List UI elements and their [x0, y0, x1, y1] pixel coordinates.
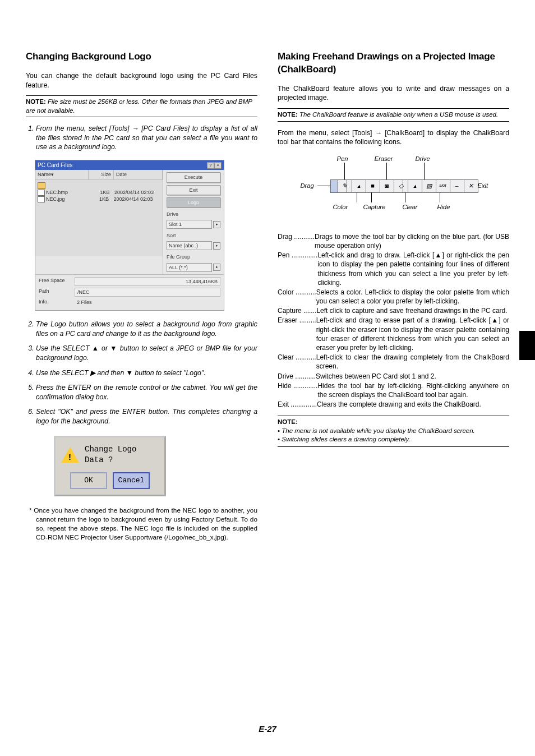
- dialog-text: Change Logo Data ?: [85, 444, 159, 465]
- label-eraser: Eraser: [375, 155, 393, 163]
- label-drag: Drag: [301, 182, 314, 190]
- execute-button[interactable]: Execute: [167, 172, 220, 182]
- drive-icon[interactable]: slot: [436, 179, 450, 193]
- step-1: From the menu, select [Tools] → [PC Card…: [36, 124, 257, 152]
- steps-list-cont: The Logo button allows you to select a b…: [26, 320, 257, 426]
- chevron-down-icon[interactable]: ▸: [213, 221, 220, 228]
- info-label: Info.: [39, 298, 71, 306]
- filegroup-field[interactable]: ALL (*.*): [167, 263, 212, 272]
- sort-label: Sort: [167, 232, 220, 239]
- file-pane: Name▾ Size Date NEC.bmp 1KB 2002/04/14 0…: [35, 170, 163, 274]
- eraser-icon[interactable]: ◇: [394, 179, 408, 193]
- col-date[interactable]: Date: [114, 170, 163, 179]
- label-color: Color: [333, 203, 348, 211]
- file-size: 1KB: [89, 196, 109, 202]
- note-text: The ChalkBoard feature is available only…: [298, 111, 498, 118]
- step-6: Select "OK" and press the ENTER button. …: [36, 407, 257, 426]
- right-note: NOTE: The ChalkBoard feature is availabl…: [278, 108, 509, 122]
- def-text: Left-click and drag to erase part of a d…: [316, 316, 509, 352]
- step-5: Press the ENTER on the remote control or…: [36, 383, 257, 402]
- step-4: Use the SELECT ▶ and then ▼ button to se…: [36, 368, 257, 378]
- right-heading: Making Freehand Drawings on a Projected …: [278, 50, 509, 76]
- clear-icon[interactable]: ▧: [422, 179, 436, 193]
- col-name[interactable]: Name▾: [35, 170, 89, 179]
- step-2: The Logo button allows you to select a b…: [36, 320, 257, 338]
- file-name: NEC.jpg: [46, 196, 65, 202]
- list-item[interactable]: NEC.bmp 1KB 2002/04/14 02:03: [38, 189, 160, 196]
- def-text: Drags to move the tool bar by clicking o…: [315, 232, 509, 250]
- def-text: Left-click to clear the drawing complete…: [316, 353, 509, 371]
- chalkboard-figure: Pen Eraser Drive Drag Exit ✎ ▴ ■ ◙ ◇ ▴ ▧…: [293, 155, 495, 222]
- def-term: Exit: [278, 400, 289, 408]
- def-term: Pen: [278, 251, 289, 259]
- window-title: PC Card Files: [38, 162, 72, 169]
- def-term: Drag: [278, 233, 292, 241]
- logo-button[interactable]: Logo: [167, 197, 220, 208]
- label-clear: Clear: [403, 203, 418, 211]
- cancel-button[interactable]: Cancel: [113, 472, 150, 489]
- steps-list: From the menu, select [Tools] → [PC Card…: [26, 124, 257, 152]
- file-size: 1KB: [90, 189, 110, 196]
- hide-icon[interactable]: –: [450, 179, 464, 193]
- note-text: File size must be 256KB or less. Other f…: [26, 98, 252, 114]
- label-exit: Exit: [478, 182, 488, 190]
- def-text: Hides the tool bar by left-clicking. Rig…: [317, 381, 509, 399]
- pc-card-files-window: PC Card Files ? × Name▾ Size Date: [35, 160, 224, 311]
- help-icon[interactable]: ?: [207, 162, 214, 169]
- file-date: 2002/04/14 02:03: [114, 190, 154, 195]
- label-capture: Capture: [363, 203, 386, 211]
- drag-handle[interactable]: [330, 179, 338, 193]
- file-name: NEC.bmp: [46, 190, 68, 195]
- def-text: Left click to capture and save freehand …: [316, 306, 509, 315]
- drive-label: Drive: [167, 211, 220, 218]
- exit-button[interactable]: Exit: [167, 185, 220, 195]
- file-icon: [38, 196, 45, 202]
- footnote: * Once you have changed the background f…: [26, 506, 257, 542]
- note2-item: • Switching slides clears a drawing comp…: [278, 435, 509, 447]
- left-column: Changing Background Logo You can change …: [26, 50, 257, 542]
- close-icon[interactable]: ×: [214, 162, 222, 169]
- page-number: E-27: [0, 724, 535, 734]
- window-title-bar[interactable]: PC Card Files ? ×: [35, 160, 224, 170]
- filegroup-label: File Group: [167, 253, 220, 260]
- capture-icon[interactable]: ◙: [380, 179, 394, 193]
- right-para: From the menu, select [Tools] → [ChalkBo…: [278, 128, 509, 147]
- def-text: Switches between PC Card slot 1 and 2.: [316, 372, 509, 381]
- side-tab-marker: [519, 331, 535, 360]
- def-text: Left-click and drag to draw. Left-click …: [317, 251, 509, 287]
- list-item[interactable]: NEC.jpg 1KB 2002/04/14 02:03: [38, 196, 160, 202]
- drive-field[interactable]: Slot 1: [167, 220, 212, 229]
- file-icon: [38, 190, 45, 196]
- def-term: Capture: [278, 307, 302, 315]
- folder-row[interactable]: [38, 182, 160, 190]
- def-term: Hide: [278, 382, 292, 390]
- ok-button[interactable]: OK: [70, 472, 107, 489]
- warning-icon: [61, 447, 79, 463]
- path-value: /NEC: [75, 288, 220, 297]
- chevron-down-icon[interactable]: ▸: [213, 264, 220, 271]
- left-intro: You can change the default background lo…: [26, 71, 257, 90]
- dropdown-icon[interactable]: ▴: [352, 179, 366, 193]
- left-heading: Changing Background Logo: [26, 50, 257, 63]
- free-space-value: 13,448,416KB: [75, 277, 220, 286]
- label-hide: Hide: [437, 203, 450, 211]
- pen-icon[interactable]: ✎: [338, 179, 352, 193]
- note-label: NOTE:: [278, 111, 298, 118]
- def-text: Selects a color. Left-click to display t…: [316, 288, 509, 306]
- col-size[interactable]: Size: [89, 170, 114, 179]
- sort-field[interactable]: Name (abc..): [167, 241, 212, 250]
- exit-icon[interactable]: ✕: [464, 179, 478, 193]
- info-value: 2 Files: [75, 298, 220, 306]
- label-pen: Pen: [337, 155, 348, 163]
- side-pane: Execute Exit Logo Drive Slot 1▸ Sort Nam…: [163, 170, 224, 274]
- path-label: Path: [39, 288, 71, 297]
- right-column: Making Freehand Drawings on a Projected …: [278, 50, 509, 542]
- def-term: Eraser: [278, 316, 297, 324]
- folder-icon: [38, 182, 45, 189]
- chalkboard-toolbar[interactable]: ✎ ▴ ■ ◙ ◇ ▴ ▧ slot – ✕: [331, 179, 478, 193]
- def-term: Color: [278, 288, 294, 296]
- chevron-down-icon[interactable]: ▸: [213, 242, 220, 250]
- color-icon[interactable]: ■: [366, 179, 380, 193]
- def-term: Drive: [278, 372, 293, 380]
- dropdown-icon[interactable]: ▴: [408, 179, 422, 193]
